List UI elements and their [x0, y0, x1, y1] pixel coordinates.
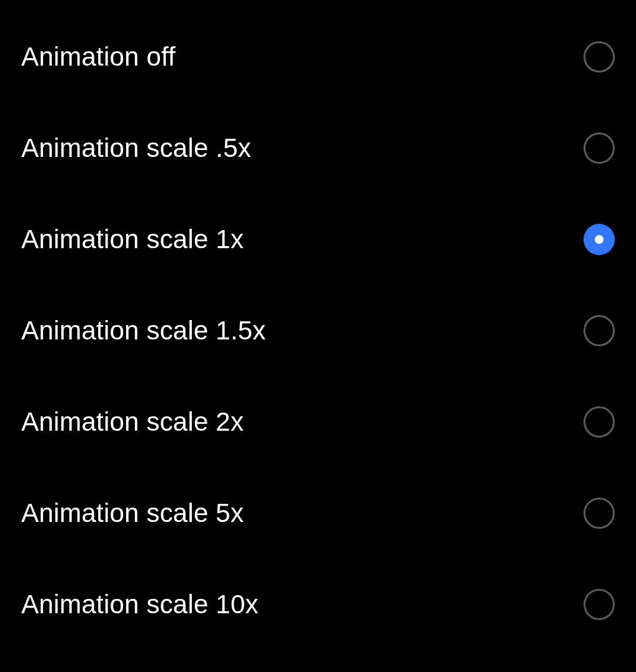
- option-animation-scale-5x[interactable]: Animation scale 5x: [0, 468, 636, 559]
- option-label: Animation scale 10x: [21, 589, 259, 619]
- radio-icon: [584, 41, 615, 73]
- option-animation-scale-1x[interactable]: Animation scale 1x: [0, 194, 636, 285]
- option-animation-off[interactable]: Animation off: [0, 11, 636, 103]
- radio-icon: [584, 406, 615, 438]
- radio-selected-icon: [584, 224, 615, 255]
- option-label: Animation scale 1.5x: [21, 316, 266, 346]
- option-label: Animation scale .5x: [21, 133, 251, 163]
- option-label: Animation scale 1x: [21, 224, 244, 254]
- option-animation-scale-0-5x[interactable]: Animation scale .5x: [0, 103, 636, 194]
- animation-scale-options: Animation off Animation scale .5x Animat…: [0, 0, 636, 650]
- radio-dot-icon: [595, 235, 604, 244]
- option-animation-scale-10x[interactable]: Animation scale 10x: [0, 559, 636, 650]
- option-animation-scale-1-5x[interactable]: Animation scale 1.5x: [0, 285, 636, 376]
- radio-icon: [584, 133, 615, 164]
- option-label: Animation scale 2x: [21, 407, 244, 437]
- radio-icon: [584, 498, 615, 529]
- option-animation-scale-2x[interactable]: Animation scale 2x: [0, 376, 636, 468]
- option-label: Animation scale 5x: [21, 498, 244, 528]
- radio-icon: [584, 589, 615, 620]
- option-label: Animation off: [21, 42, 176, 72]
- radio-icon: [584, 315, 615, 346]
